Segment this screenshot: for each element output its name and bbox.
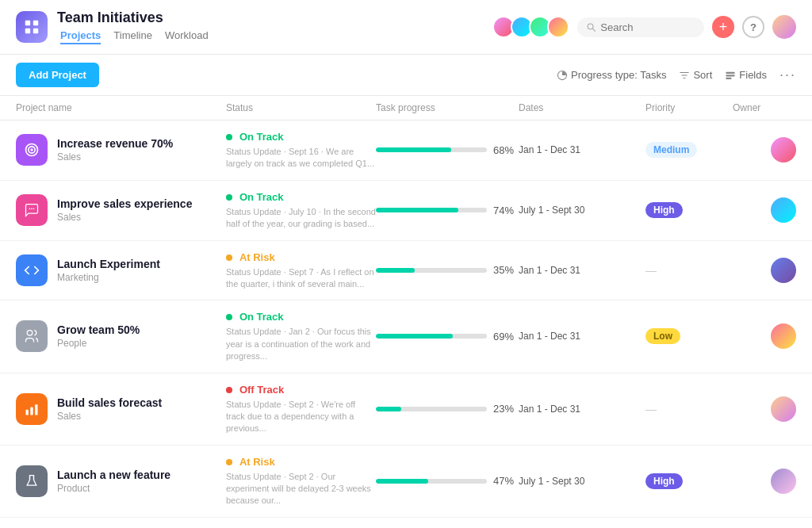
title-nav: Team Initiatives Projects Timeline Workl… (57, 10, 209, 44)
project-dates: Jan 1 - Dec 31 (519, 265, 645, 276)
table-row[interactable]: Grow team 50% People On Track Status Upd… (0, 300, 812, 373)
progress-bar (376, 479, 487, 484)
status-dot (226, 194, 232, 201)
project-icon (16, 254, 48, 286)
progress-pct: 69% (493, 331, 519, 342)
progress-bar (376, 268, 487, 273)
search-input[interactable] (600, 21, 695, 33)
svg-rect-3 (33, 29, 38, 33)
tab-timeline[interactable]: Timeline (113, 29, 152, 44)
project-category: Sales (57, 151, 173, 163)
svg-point-17 (31, 209, 33, 210)
project-info: Improve sales experience Sales (57, 197, 192, 223)
progress-fill (376, 268, 415, 273)
project-dates: Jan 1 - Dec 31 (519, 331, 645, 342)
status-label: At Risk (239, 456, 275, 468)
col-priority: Priority (645, 102, 733, 113)
project-name-cell: Launch Experiment Marketing (16, 254, 226, 286)
project-priority: — (645, 264, 733, 277)
project-name-cell: Build sales forecast Sales (16, 393, 226, 425)
project-priority: Medium (645, 142, 733, 158)
task-progress: 47% (376, 475, 519, 487)
project-info: Launch Experiment Marketing (57, 258, 160, 283)
project-title: Increase revenue 70% (57, 137, 173, 150)
progress-type-icon (557, 70, 568, 81)
project-category: Sales (57, 411, 162, 422)
table-row[interactable]: Increase revenue 70% Sales On Track Stat… (0, 121, 812, 181)
tab-workload[interactable]: Workload (165, 29, 209, 44)
status-update: Status Update · Sept 7 · As I reflect on… (226, 266, 376, 291)
status-dot (226, 254, 232, 261)
project-dates: Jan 1 - Dec 31 (519, 404, 645, 415)
tab-projects[interactable]: Projects (60, 29, 101, 44)
app-header: Team Initiatives Projects Timeline Workl… (0, 0, 812, 55)
help-button[interactable]: ? (742, 16, 764, 38)
col-owner: Owner (733, 102, 796, 113)
project-category: Sales (57, 212, 192, 223)
more-options-button[interactable]: ··· (779, 67, 796, 83)
table-row[interactable]: Improve sales experience Sales On Track … (0, 181, 812, 241)
table-row[interactable]: Increase engagement 20% Customer Success… (0, 518, 812, 528)
fields-icon (725, 70, 736, 81)
table-row[interactable]: Launch Experiment Marketing At Risk Stat… (0, 241, 812, 301)
progress-type-action[interactable]: Progress type: Tasks (557, 69, 666, 81)
project-icon (16, 320, 48, 352)
fields-action[interactable]: Fields (725, 69, 767, 81)
col-dates: Dates (519, 102, 645, 113)
progress-bar (376, 407, 487, 411)
sort-label: Sort (693, 69, 712, 81)
add-button[interactable]: + (712, 16, 734, 38)
table-row[interactable]: Build sales forecast Sales Off Track Sta… (0, 373, 812, 446)
header-right: + ? (492, 15, 796, 39)
project-icon (16, 393, 48, 425)
col-project-name: Project name (16, 102, 226, 113)
app-title: Team Initiatives (57, 10, 209, 26)
owner-avatar (771, 469, 796, 494)
svg-point-18 (33, 209, 35, 210)
avatar-4 (547, 16, 569, 38)
progress-fill (376, 407, 401, 411)
sort-icon (679, 70, 690, 81)
sort-action[interactable]: Sort (679, 69, 712, 81)
status-update: Status Update · July 10 · In the second … (226, 206, 376, 231)
user-avatar[interactable] (772, 15, 796, 39)
project-status: On Track Status Update · Sept 16 · We ar… (226, 130, 376, 170)
search-bar[interactable] (577, 17, 704, 37)
project-title: Launch Experiment (57, 258, 160, 270)
svg-rect-22 (35, 404, 37, 415)
svg-rect-10 (726, 71, 735, 73)
svg-line-5 (592, 29, 595, 31)
svg-rect-12 (726, 77, 732, 78)
svg-point-16 (29, 209, 31, 210)
task-progress: 35% (376, 264, 519, 276)
col-status: Status (226, 102, 376, 113)
project-icon (16, 194, 48, 226)
team-avatars (492, 16, 569, 38)
progress-pct: 23% (493, 403, 519, 415)
project-owner (733, 396, 796, 422)
project-owner (733, 137, 796, 163)
status-dot (226, 459, 232, 465)
progress-fill (376, 208, 458, 212)
add-project-button[interactable]: Add Project (16, 63, 99, 87)
project-priority: Low (645, 328, 733, 344)
progress-pct: 68% (493, 144, 519, 156)
project-dates: Jan 1 - Dec 31 (519, 144, 645, 155)
project-status: On Track Status Update · Jan 2 · Our foc… (226, 310, 376, 362)
project-title: Grow team 50% (57, 323, 140, 336)
owner-avatar (771, 323, 796, 349)
svg-rect-0 (25, 21, 30, 25)
project-name-cell: Launch a new feature Product (16, 465, 226, 497)
progress-fill (376, 479, 428, 484)
project-name-cell: Increase revenue 70% Sales (16, 134, 226, 166)
project-info: Build sales forecast Sales (57, 396, 162, 422)
progress-fill (376, 147, 451, 152)
progress-fill (376, 334, 453, 339)
progress-pct: 74% (493, 205, 519, 216)
table-row[interactable]: Launch a new feature Product At Risk Sta… (0, 446, 812, 518)
project-dates: July 1 - Sept 30 (519, 205, 645, 216)
status-update: Status Update · Jan 2 · Our focus this y… (226, 326, 376, 362)
fields-label: Fields (739, 69, 767, 81)
project-priority: — (645, 403, 733, 415)
svg-rect-11 (726, 75, 735, 76)
